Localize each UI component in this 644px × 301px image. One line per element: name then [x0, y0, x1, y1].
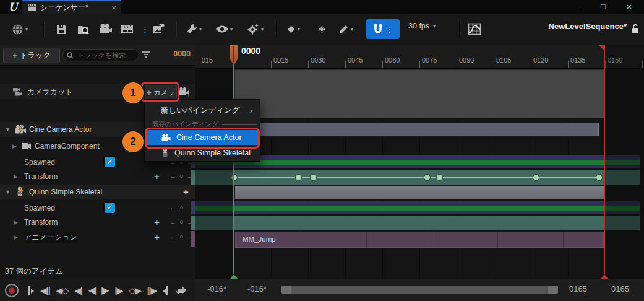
track-label: Quinn Simple Skeletal — [29, 188, 102, 196]
keyframe-dot[interactable] — [533, 174, 539, 181]
camera-actor-section-bar[interactable] — [234, 122, 599, 137]
track-row-animation[interactable]: ▶ アニメーション + ←○→ — [0, 230, 195, 245]
add-key-icon[interactable]: ○ — [179, 233, 184, 240]
loop-toggle-button[interactable] — [176, 286, 186, 295]
track-search-box[interactable] — [62, 49, 139, 61]
save-button[interactable] — [56, 22, 67, 37]
render-options-dots[interactable]: ⋮ — [141, 22, 149, 37]
expander-closed-icon[interactable]: ▶ — [14, 234, 18, 240]
expander-closed-icon[interactable]: ▶ — [14, 219, 18, 225]
prev-key-icon[interactable]: ← — [170, 173, 176, 180]
edit-details-button[interactable] — [152, 22, 166, 37]
expander-open-icon[interactable]: ▼ — [5, 189, 11, 195]
browse-sequence-button[interactable] — [77, 22, 90, 37]
working-range-end-field[interactable]: 0165 — [611, 284, 629, 295]
timeline-vertical-scrollbar[interactable] — [640, 68, 644, 279]
expander-open-icon[interactable]: ▼ — [5, 126, 11, 133]
tab-close-icon[interactable]: × — [111, 3, 116, 12]
world-dropdown-button[interactable]: ▾ — [11, 22, 28, 37]
filter-icon[interactable] — [142, 51, 150, 58]
add-section-button[interactable]: + — [154, 232, 160, 242]
item-count-label: 37 個のアイテム — [5, 266, 63, 277]
spawned-band-navy — [195, 165, 640, 168]
view-options-button[interactable]: ▾ — [215, 22, 233, 37]
prev-key-icon[interactable]: ← — [170, 219, 176, 225]
ruler-tick-label: 0135 — [570, 56, 585, 64]
next-key-button[interactable]: ◇▶ — [129, 286, 141, 295]
window-maximize-button[interactable]: □ — [594, 0, 612, 14]
quinn-section-bar[interactable] — [234, 186, 604, 199]
sequencer-toolbar: ▾ ⋮ ▾ ▾ ▾ — [0, 14, 644, 45]
keyframe-dot[interactable] — [310, 174, 317, 181]
ruler-tick-label: 0015 — [273, 56, 288, 64]
prev-key-icon[interactable]: ← — [170, 233, 176, 240]
key-navigation[interactable]: ←○→ — [170, 204, 194, 211]
keyframe-settings-button[interactable]: ▾ — [286, 22, 300, 37]
set-end-bracket-button[interactable] — [164, 286, 168, 295]
add-key-icon[interactable]: ○ — [179, 173, 184, 180]
camera-component-icon — [21, 142, 32, 150]
playback-end-flag — [598, 45, 604, 50]
tab-sequencer[interactable]: シーケンサー* × — [22, 0, 121, 14]
key-navigation[interactable]: ←○→ — [170, 219, 194, 225]
record-button[interactable] — [5, 284, 19, 297]
track-row-transform-camera[interactable]: ▶ Transform + ←○→ — [0, 169, 195, 184]
fps-dropdown[interactable]: 30 fps ▾ — [408, 22, 436, 30]
step-back-button[interactable]: ◀| — [74, 286, 82, 295]
actions-button[interactable]: ▾ — [186, 22, 202, 37]
lock-camera-icon[interactable] — [178, 87, 191, 97]
prev-key-icon[interactable]: ← — [170, 204, 176, 211]
track-row-spawned-quinn[interactable]: Spawned ✓ ←○→ — [0, 201, 195, 216]
animation-section-mm-jump[interactable]: MM_Jump — [234, 231, 604, 248]
window-minimize-button[interactable]: – — [568, 0, 586, 14]
quinn-transform-band[interactable] — [195, 216, 640, 230]
spawned-checkbox[interactable]: ✓ — [105, 203, 115, 213]
edit-mode-button[interactable]: ▾ — [338, 22, 353, 37]
add-key-icon[interactable]: ○ — [179, 219, 184, 225]
add-track-to-object-button[interactable]: + — [183, 186, 189, 197]
add-key-icon[interactable]: ○ — [179, 204, 184, 211]
set-start-bracket-button[interactable] — [28, 286, 33, 295]
track-row-transform-quinn[interactable]: ▶ Transform + ←○→ — [0, 215, 195, 230]
step-forward-button[interactable]: |▶ — [114, 286, 122, 295]
expander-closed-icon[interactable]: ▶ — [14, 173, 18, 180]
keyframe-dot[interactable] — [424, 174, 431, 181]
timeline-horizontal-scrollbar[interactable] — [281, 286, 558, 294]
create-camera-button[interactable] — [99, 22, 113, 37]
keyframe-dot[interactable] — [436, 174, 443, 181]
working-range-start-field[interactable]: -016* — [207, 284, 226, 295]
auto-key-button[interactable] — [317, 22, 328, 37]
sequence-name-label[interactable]: NewLevelSequence* — [549, 22, 627, 31]
ruler-tick-label: 0045 — [348, 56, 363, 64]
jump-to-front-button[interactable]: ◀|| — [40, 286, 50, 295]
playback-end-marker[interactable] — [604, 45, 605, 274]
keyframe-dot[interactable] — [295, 174, 302, 181]
snap-options-dots[interactable]: ⋮ — [386, 25, 394, 34]
expander-closed-icon[interactable]: ▶ — [12, 143, 17, 149]
play-reverse-button[interactable]: ◀ — [88, 286, 95, 295]
snap-toggle-button[interactable]: ⋮ — [366, 19, 400, 39]
previous-key-button[interactable]: ◀◇ — [56, 286, 69, 295]
add-section-button[interactable]: + — [154, 217, 160, 227]
lock-open-icon[interactable] — [630, 24, 640, 35]
menu-item-new-binding[interactable]: 新しいバインディング › — [146, 103, 259, 118]
camera-cuts-track-area[interactable] — [234, 69, 604, 118]
curve-editor-button[interactable] — [468, 22, 481, 37]
add-track-button[interactable]: + トラック — [3, 48, 60, 63]
playback-start-marker[interactable] — [233, 64, 234, 274]
render-movie-button[interactable] — [121, 22, 134, 37]
track-search-input[interactable] — [76, 51, 132, 59]
view-range-end-field[interactable]: 0165 — [569, 284, 587, 295]
key-navigation[interactable]: ←○→ — [170, 233, 194, 240]
keyframe-dot[interactable] — [596, 174, 603, 181]
playback-options-button[interactable]: ▾ — [246, 22, 264, 37]
key-navigation[interactable]: ←○→ — [170, 173, 194, 180]
add-section-button[interactable]: + — [154, 171, 160, 181]
spawned-checkbox[interactable]: ✓ — [105, 157, 115, 167]
jump-to-end-button[interactable]: ||▶ — [147, 286, 157, 295]
view-range-start-field[interactable]: -016* — [247, 284, 267, 295]
track-row-quinn-skeletal[interactable]: ▼ Quinn Simple Skeletal + — [0, 185, 195, 199]
current-frame-field[interactable]: 0000 — [156, 50, 191, 58]
play-button[interactable]: ▶ — [101, 286, 108, 295]
window-close-button[interactable]: × — [620, 0, 638, 14]
